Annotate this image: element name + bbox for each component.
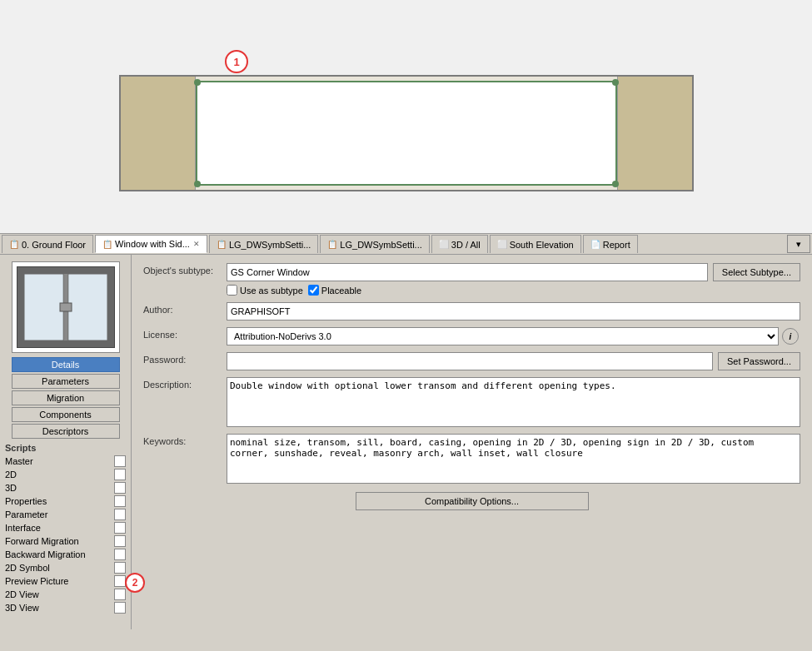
tab-lg-symb1[interactable]: 📋 LG_DWSymbSetti...	[209, 235, 318, 253]
handle-tl	[194, 79, 201, 86]
script-checkbox-interface[interactable]	[114, 522, 126, 534]
tab-bar: 📋 0. Ground Floor 📋 Window with Sid... ✕…	[0, 233, 812, 255]
sidebar-btn-details[interactable]: Details	[12, 357, 120, 372]
scripts-header: Scripts	[0, 440, 131, 455]
main-content: Details Parameters Migration Components …	[0, 255, 812, 629]
script-row-preview-picture: Preview Picture	[0, 574, 131, 588]
keywords-row: Keywords: nominal size, transom, sill, b…	[143, 434, 800, 484]
svg-rect-2	[24, 274, 64, 340]
license-info-btn[interactable]: i	[782, 328, 799, 345]
author-row: Author:	[143, 302, 800, 321]
author-label: Author:	[143, 302, 227, 315]
author-input[interactable]	[227, 302, 800, 321]
canvas-area: 1	[0, 0, 812, 233]
script-checkbox-forward-migration[interactable]	[114, 535, 126, 547]
script-row-parameter: Parameter	[0, 508, 131, 521]
script-label-interface: Interface	[5, 523, 112, 533]
svg-rect-3	[67, 274, 107, 340]
right-panel: Object's subtype: Select Subtype... Use …	[132, 255, 812, 629]
license-control: Attribution-NoDerivs 3.0 MIT GPL Custom …	[227, 327, 800, 345]
placeable-label[interactable]: Placeable	[308, 285, 361, 296]
tab-south-elev[interactable]: ⬜ South Elevation	[490, 235, 581, 253]
tab-window-sid-icon: 📋	[102, 240, 112, 249]
use-as-subtype-text: Use as subtype	[240, 286, 303, 296]
script-row-3d: 3D	[0, 481, 131, 494]
script-row-properties: Properties	[0, 494, 131, 508]
window-preview-svg	[16, 266, 116, 349]
script-checkbox-parameter[interactable]	[114, 509, 126, 520]
script-label-preview-picture: Preview Picture	[5, 576, 112, 586]
handle-bl	[194, 181, 201, 187]
script-label-parameter: Parameter	[5, 509, 112, 519]
script-checkbox-master[interactable]	[114, 455, 126, 467]
select-subtype-btn[interactable]: Select Subtype...	[713, 263, 800, 281]
password-row: Password: Set Password...	[143, 352, 800, 370]
tab-window-sid-label: Window with Sid...	[115, 239, 190, 249]
script-label-3d-view: 3D View	[5, 603, 112, 613]
script-label-2d-symbol: 2D Symbol	[5, 563, 112, 573]
author-control	[227, 302, 800, 321]
svg-rect-7	[17, 340, 114, 347]
tab-3d-all-label: 3D / All	[451, 240, 481, 250]
script-label-3d: 3D	[5, 483, 112, 493]
preview-box	[12, 261, 120, 353]
badge-2: 2	[125, 573, 145, 593]
password-input[interactable]	[227, 352, 713, 370]
script-checkbox-2d-symbol[interactable]	[114, 562, 126, 574]
script-label-2d-view: 2D View	[5, 589, 112, 599]
script-checkbox-2d-view[interactable]	[114, 589, 126, 600]
placeable-text: Placeable	[321, 286, 361, 296]
window-inner	[196, 81, 617, 186]
keywords-textarea[interactable]: nominal size, transom, sill, board, casi…	[227, 434, 800, 484]
subtype-input[interactable]	[227, 263, 708, 281]
window-graphic	[119, 75, 694, 191]
script-row-backward-migration: Backward Migration	[0, 548, 131, 561]
script-checkbox-properties[interactable]	[114, 495, 126, 507]
script-checkbox-backward-migration[interactable]	[114, 549, 126, 560]
tab-ground-floor[interactable]: 📋 0. Ground Floor	[2, 235, 93, 253]
script-checkbox-2d[interactable]	[114, 469, 126, 480]
tab-actions: ▾	[787, 235, 810, 253]
window-outer	[119, 75, 694, 191]
tab-more-btn[interactable]: ▾	[787, 235, 810, 253]
placeable-checkbox[interactable]	[308, 285, 319, 296]
tab-report[interactable]: 📄 Report	[583, 235, 638, 253]
script-row-interface: Interface	[0, 521, 131, 534]
script-row-2d-view: 2D View	[0, 588, 131, 601]
description-row: Description: Double window with optional…	[143, 377, 800, 427]
script-checkbox-preview-picture[interactable]	[114, 575, 126, 587]
use-as-subtype-checkbox[interactable]	[227, 285, 237, 296]
handle-br	[612, 181, 619, 187]
script-label-backward-migration: Backward Migration	[5, 549, 112, 559]
svg-rect-5	[60, 303, 72, 311]
sidebar-btn-migration[interactable]: Migration	[12, 390, 120, 405]
tab-window-sid[interactable]: 📋 Window with Sid... ✕	[95, 235, 207, 253]
tab-window-sid-close[interactable]: ✕	[193, 240, 200, 248]
script-checkbox-3d[interactable]	[114, 482, 126, 494]
license-label: License:	[143, 327, 227, 340]
sidebar-btn-descriptors[interactable]: Descriptors	[12, 424, 120, 439]
subtype-control: Select Subtype... Use as subtype Placeab…	[227, 263, 800, 296]
script-row-forward-migration: Forward Migration	[0, 534, 131, 548]
badge-1: 1	[225, 50, 248, 73]
use-as-subtype-label[interactable]: Use as subtype	[227, 285, 303, 296]
tab-ground-floor-label: 0. Ground Floor	[22, 240, 86, 250]
password-label: Password:	[143, 352, 227, 365]
tab-south-elev-label: South Elevation	[510, 240, 574, 250]
handle-tr	[612, 79, 619, 86]
tab-lg-symb1-label: LG_DWSymbSetti...	[229, 240, 311, 250]
tab-lg-symb2-icon: 📋	[327, 240, 337, 249]
tab-3d-all[interactable]: ⬜ 3D / All	[431, 235, 488, 253]
svg-rect-6	[17, 267, 114, 274]
sidebar-btn-parameters[interactable]: Parameters	[12, 374, 120, 389]
svg-rect-8	[17, 267, 24, 347]
tab-report-icon: 📄	[590, 240, 600, 249]
set-password-btn[interactable]: Set Password...	[718, 352, 800, 370]
sidebar-btn-components[interactable]: Components	[12, 407, 120, 422]
compat-btn[interactable]: Compatibility Options...	[356, 492, 589, 510]
script-checkbox-3d-view[interactable]	[114, 602, 126, 614]
license-select[interactable]: Attribution-NoDerivs 3.0 MIT GPL Custom	[227, 327, 779, 345]
script-label-forward-migration: Forward Migration	[5, 536, 112, 546]
description-textarea[interactable]: Double window with optional lower transo…	[227, 377, 800, 427]
tab-lg-symb2[interactable]: 📋 LG_DWSymbSetti...	[320, 235, 429, 253]
